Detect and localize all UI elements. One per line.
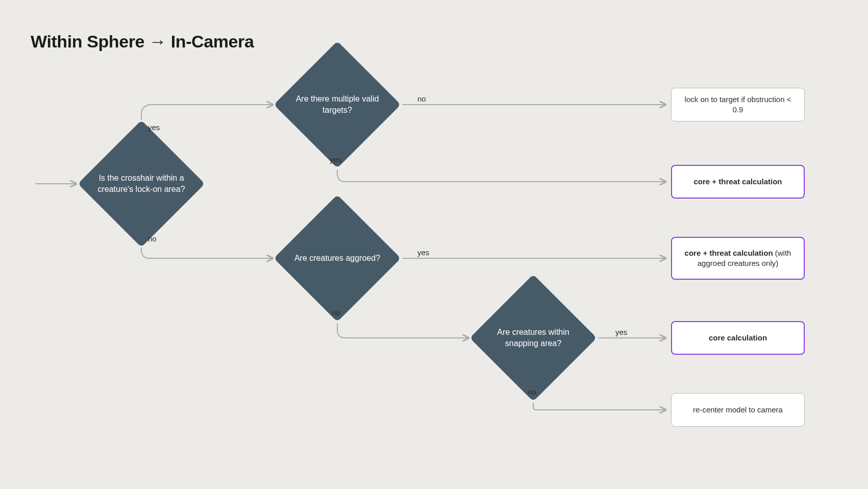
label-d4-yes: yes — [615, 328, 627, 336]
outcome-recenter: re-center model to camera — [671, 393, 805, 427]
label-d2-yes: yes — [330, 155, 341, 164]
outcome-core-threat: core + threat calculation — [671, 165, 805, 199]
decision-crosshair: Is the crosshair within a creature's loc… — [78, 120, 205, 248]
decision-aggroed: Are creatures aggroed? — [274, 195, 401, 322]
decision-multiple-targets: Are there multiple valid targets? — [274, 41, 401, 168]
label-d4-no: no — [528, 387, 536, 396]
label-d3-no: no — [332, 308, 340, 317]
label-d2-no: no — [417, 94, 426, 103]
outcome-lock-on: lock on to target if obstruction < 0.9 — [671, 88, 805, 121]
flowchart-stage: Within Sphere → In-Camera Is the crossha… — [0, 0, 868, 489]
label-d1-no: no — [148, 234, 157, 243]
outcome-core-threat-aggroed: core + threat calculation (with aggroed … — [671, 237, 805, 280]
diagram-title: Within Sphere → In-Camera — [31, 32, 254, 52]
decision-snapping-area: Are creatures within snapping area? — [470, 275, 597, 402]
outcome-core-calc: core calculation — [671, 321, 805, 355]
label-d1-yes: yes — [148, 123, 160, 132]
label-d3-yes: yes — [417, 248, 429, 257]
